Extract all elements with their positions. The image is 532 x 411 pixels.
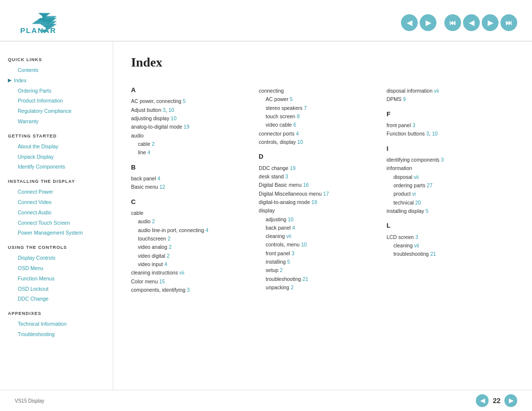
- footer: VS15 Display ◀ 22 ▶: [0, 390, 532, 411]
- link-atd[interactable]: 19: [184, 124, 190, 130]
- main-layout: QUICK LINKS Contents ▶ Index Ordering Pa…: [0, 41, 532, 390]
- link-connecting-speakers[interactable]: 7: [304, 105, 307, 111]
- nav-buttons: ◀ ▶ ⏮ ◀ ▶ ⏭: [401, 14, 517, 31]
- page-nav: ◀ 22 ▶: [476, 394, 517, 407]
- link-digital-basic[interactable]: 16: [303, 182, 309, 188]
- link-adjust-10[interactable]: 10: [168, 107, 174, 113]
- logo-area: PLANAR: [15, 9, 74, 36]
- link-info-product[interactable]: vi: [412, 191, 416, 197]
- link-back-panel[interactable]: 4: [158, 175, 161, 181]
- link-display-setup[interactable]: 2: [280, 267, 283, 273]
- link-cable-video-digital[interactable]: 2: [166, 253, 169, 259]
- link-disposal-info[interactable]: vii: [434, 88, 439, 94]
- sidebar-item-power-management[interactable]: Power Management System: [8, 228, 105, 238]
- sidebar-item-osd-menu[interactable]: OSD Menu: [8, 263, 105, 274]
- link-function-3[interactable]: 3: [426, 131, 429, 137]
- sidebar-item-function-menus[interactable]: Function Menus: [8, 274, 105, 284]
- entry-display-troubleshooting: troubleshooting 21: [259, 275, 377, 283]
- link-display-unpacking[interactable]: 2: [291, 284, 294, 290]
- entry-connecting: connecting: [259, 87, 377, 95]
- link-display-troubleshooting[interactable]: 21: [302, 276, 308, 282]
- link-identifying[interactable]: 3: [441, 157, 444, 163]
- sidebar-item-about-display[interactable]: About the Display: [8, 141, 105, 152]
- sidebar-item-regulatory-compliance[interactable]: Regulatory Compliance: [8, 106, 105, 116]
- link-cable-video-analog[interactable]: 2: [168, 244, 171, 250]
- link-controls-display[interactable]: 10: [298, 139, 303, 145]
- entry-installing-display: installing display 5: [387, 207, 505, 215]
- sidebar-item-ddc-change[interactable]: DDC Change: [8, 294, 105, 304]
- link-audio-cable[interactable]: 2: [152, 141, 155, 147]
- link-color-menu[interactable]: 15: [159, 278, 165, 284]
- link-display-front-panel[interactable]: 3: [292, 250, 295, 256]
- link-display-installing[interactable]: 5: [287, 259, 290, 265]
- link-lcd-troubleshooting[interactable]: 21: [430, 251, 436, 257]
- link-display-adjusting[interactable]: 10: [288, 216, 294, 222]
- link-adjusting[interactable]: 10: [171, 115, 177, 121]
- entry-dta-mode: digital-to-analog mode 19: [259, 198, 377, 206]
- link-connecting-touch[interactable]: 8: [297, 113, 299, 119]
- link-digital-misc[interactable]: 17: [323, 191, 329, 197]
- link-connecting-video[interactable]: 6: [293, 122, 296, 128]
- link-cable-audio-line[interactable]: 4: [205, 227, 208, 233]
- last-button[interactable]: ⏭: [500, 14, 517, 31]
- link-display-controls-menu[interactable]: 10: [301, 241, 307, 247]
- page-number: 22: [493, 397, 500, 405]
- sidebar-item-product-information[interactable]: Product Information: [8, 96, 105, 106]
- link-dpms[interactable]: 9: [403, 96, 406, 102]
- sidebar-item-connect-power[interactable]: Connect Power: [8, 187, 105, 197]
- link-dta[interactable]: 19: [311, 199, 317, 205]
- sidebar-item-connect-video[interactable]: Connect Video: [8, 197, 105, 207]
- sidebar-item-ordering-parts[interactable]: Ordering Parts: [8, 86, 105, 96]
- sidebar-item-index[interactable]: ▶ Index: [8, 75, 105, 86]
- link-ddc-change[interactable]: 19: [290, 165, 296, 171]
- entry-connecting-speakers: stereo speakers 7: [259, 104, 377, 112]
- link-front-panel[interactable]: 3: [412, 122, 415, 128]
- link-info-disposal[interactable]: vii: [414, 174, 419, 180]
- link-display-cleaning[interactable]: vii: [286, 233, 291, 239]
- entry-display-adjusting: adjusting 10: [259, 215, 377, 224]
- link-cleaning[interactable]: vii: [179, 270, 184, 275]
- sidebar-item-technical-information[interactable]: Technical Information: [8, 319, 105, 329]
- link-cable-touchscreen[interactable]: 2: [167, 236, 170, 241]
- link-info-ordering[interactable]: 27: [427, 182, 432, 188]
- link-cable-video-input[interactable]: 4: [165, 261, 167, 267]
- sidebar-item-troubleshooting[interactable]: Troubleshooting: [8, 329, 105, 340]
- link-info-technical[interactable]: 20: [415, 200, 421, 206]
- sidebar-item-display-controls[interactable]: Display Controls: [8, 253, 105, 263]
- link-ac-power[interactable]: 5: [183, 98, 186, 104]
- arrow-icon: ▶: [8, 76, 12, 84]
- back-button[interactable]: ◀: [463, 14, 480, 31]
- link-lcd-cleaning[interactable]: vii: [414, 242, 419, 248]
- link-connecting-ac[interactable]: 5: [290, 96, 293, 102]
- link-audio-line[interactable]: 4: [147, 149, 150, 155]
- letter-f: F: [387, 109, 505, 119]
- sidebar-item-connect-touch-screen[interactable]: Connect Touch Screen: [8, 218, 105, 228]
- link-installing-display[interactable]: 5: [426, 208, 429, 214]
- entry-cleaning: cleaning instructions vii: [131, 269, 250, 277]
- sidebar-item-identify-components[interactable]: Identify Components: [8, 162, 105, 172]
- link-lcd-screen[interactable]: 3: [415, 234, 418, 240]
- link-desk-stand[interactable]: 3: [285, 173, 288, 179]
- sidebar-item-contents[interactable]: Contents: [8, 65, 105, 75]
- link-cable-audio[interactable]: 2: [152, 218, 155, 224]
- prev-next-group: ◀ ▶: [401, 14, 436, 31]
- prev-button[interactable]: ◀: [401, 14, 418, 31]
- link-adjust-3[interactable]: 3: [163, 107, 166, 113]
- sidebar-item-osd-lockout[interactable]: OSD Lockout: [8, 284, 105, 294]
- link-components[interactable]: 3: [187, 287, 190, 293]
- forward-button[interactable]: ▶: [482, 14, 499, 31]
- first-button[interactable]: ⏮: [444, 14, 461, 31]
- link-basic-menu[interactable]: 12: [160, 184, 166, 190]
- next-button[interactable]: ▶: [420, 14, 436, 31]
- sidebar-item-connect-audio[interactable]: Connect Audio: [8, 207, 105, 218]
- footer-prev-button[interactable]: ◀: [476, 394, 489, 407]
- sidebar-item-warranty[interactable]: Warranty: [8, 116, 105, 127]
- entry-display-cleaning: cleaning vii: [259, 232, 377, 240]
- link-connector-ports[interactable]: 4: [296, 131, 299, 137]
- entry-controls-display: controls, display 10: [259, 138, 377, 146]
- footer-next-button[interactable]: ▶: [504, 394, 517, 407]
- sidebar-item-unpack-display[interactable]: Unpack Display: [8, 152, 105, 162]
- entry-info-technical: technical 20: [387, 199, 505, 207]
- link-function-10[interactable]: 10: [432, 131, 438, 137]
- link-display-back-panel[interactable]: 4: [292, 225, 295, 231]
